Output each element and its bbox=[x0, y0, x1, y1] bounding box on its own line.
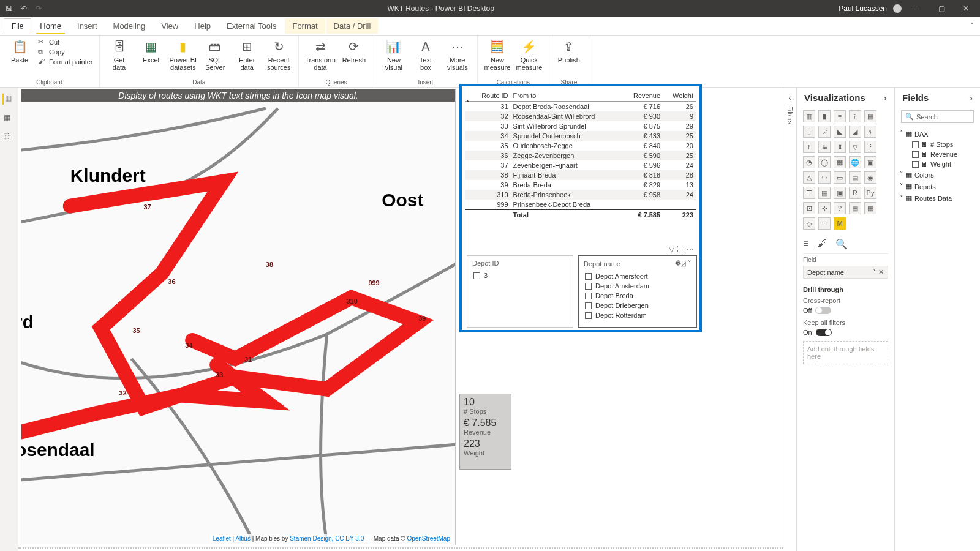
get-data-button[interactable]: 🗄Get data bbox=[106, 38, 133, 71]
table-visual[interactable]: Route ID From to Revenue Weight 31Depot … bbox=[466, 90, 696, 247]
report-view-icon[interactable]: ▥ bbox=[2, 94, 13, 105]
tab-format[interactable]: Format bbox=[285, 18, 325, 34]
analytics-well-tab-icon[interactable]: 🔍 bbox=[835, 238, 848, 250]
chevron-down-icon[interactable]: ˅ bbox=[873, 268, 876, 276]
altius-link[interactable]: Altius bbox=[235, 535, 250, 542]
format-painter-button[interactable]: 🖌Format painter bbox=[38, 58, 93, 66]
viz-stacked-area-icon[interactable]: ◢ bbox=[849, 126, 861, 138]
new-visual-button[interactable]: 📊New visual bbox=[380, 38, 407, 71]
tab-home[interactable]: Home bbox=[32, 18, 69, 34]
tab-modeling[interactable]: Modeling bbox=[106, 18, 153, 34]
cut-button[interactable]: ✂Cut bbox=[38, 38, 93, 47]
leaflet-link[interactable]: Leaflet bbox=[213, 535, 231, 542]
table-row[interactable]: 37Zevenbergen-Fijnaart€ 59624 bbox=[466, 160, 696, 170]
paste-button[interactable]: 📋Paste bbox=[6, 38, 33, 64]
new-measure-button[interactable]: 🧮New measure bbox=[484, 38, 511, 71]
model-view-icon[interactable]: ⿻ bbox=[4, 133, 15, 144]
viz-combo2-icon[interactable]: ⫯ bbox=[803, 141, 815, 153]
viz-waterfall-icon[interactable]: ⬍ bbox=[834, 141, 846, 153]
viz-multi-card-icon[interactable]: ▤ bbox=[849, 171, 861, 184]
viz-scatter-icon[interactable]: ⋮ bbox=[864, 141, 876, 153]
data-view-icon[interactable]: ▦ bbox=[4, 113, 15, 124]
ribbon-collapse-icon[interactable]: ˄ bbox=[964, 20, 980, 33]
slicer2-item[interactable]: Depot Rotterdam bbox=[579, 310, 696, 320]
recent-sources-button[interactable]: ↻Recent sources bbox=[265, 38, 292, 71]
field-chip-depot-name[interactable]: Depot name ˅ ✕ bbox=[803, 266, 888, 279]
table-row[interactable]: 310Breda-Prinsenbeek€ 95824 bbox=[466, 190, 696, 200]
fields-table[interactable]: ˅▦Colors bbox=[900, 169, 975, 181]
copy-button[interactable]: ⧉Copy bbox=[38, 48, 93, 56]
slicer2-item[interactable]: Depot Breda bbox=[579, 291, 696, 301]
col-revenue[interactable]: Revenue bbox=[622, 90, 663, 102]
slicer2-item[interactable]: Depot Amersfoort bbox=[579, 271, 696, 281]
excel-button[interactable]: ▦Excel bbox=[138, 38, 165, 64]
page-tabs-area[interactable] bbox=[18, 547, 783, 551]
focus-icon[interactable]: ⛶ bbox=[677, 245, 684, 253]
filters-pane-collapsed[interactable]: ‹ Filters bbox=[783, 88, 796, 551]
refresh-button[interactable]: ⟳Refresh bbox=[341, 38, 368, 64]
col-from-to[interactable]: From to bbox=[511, 90, 622, 102]
slicer1-item[interactable]: 3 bbox=[467, 271, 573, 280]
viz-donut-icon[interactable]: ◯ bbox=[818, 156, 831, 168]
viz-100-column-icon[interactable]: ▯ bbox=[803, 126, 815, 138]
tab-file[interactable]: File bbox=[4, 18, 31, 34]
viz-slicer-icon[interactable]: ☰ bbox=[803, 187, 815, 199]
tab-help[interactable]: Help bbox=[187, 18, 218, 34]
viz-funnel-icon[interactable]: ▽ bbox=[849, 141, 861, 153]
table-row[interactable]: 39Breda-Breda€ 82913 bbox=[466, 180, 696, 190]
table-row[interactable]: 38Fijnaart-Breda€ 81828 bbox=[466, 170, 696, 180]
cross-report-toggle[interactable]: Off bbox=[803, 305, 888, 315]
viz-icon-map-custom[interactable]: M bbox=[834, 217, 846, 230]
viz-arcgis-icon[interactable]: ▦ bbox=[864, 202, 876, 214]
viz-clustered-column-icon[interactable]: ⫯ bbox=[849, 110, 861, 122]
fields-field[interactable]: 🖩# Stops bbox=[900, 140, 975, 149]
viz-combo1-icon[interactable]: ⫮ bbox=[864, 126, 876, 138]
table-row[interactable]: 33Sint Willebrord-Sprundel€ 87529 bbox=[466, 121, 696, 131]
table-row[interactable]: 32Roosendaal-Sint Willebrord€ 9309 bbox=[466, 111, 696, 121]
viz-key-influencers-icon[interactable]: ⊡ bbox=[803, 202, 815, 214]
map-visual[interactable]: Display of routes using WKT text strings… bbox=[21, 89, 456, 545]
viz-card-icon[interactable]: ▭ bbox=[834, 171, 846, 184]
quick-measure-button[interactable]: ⚡Quick measure bbox=[516, 38, 543, 71]
viz-pie-icon[interactable]: ◔ bbox=[803, 156, 815, 168]
viz-table-icon[interactable]: ▦ bbox=[818, 187, 831, 199]
format-well-tab-icon[interactable]: 🖌 bbox=[817, 238, 827, 250]
fields-field[interactable]: 🖩Revenue bbox=[900, 149, 975, 159]
viz-get-more-icon[interactable]: ⋯ bbox=[818, 217, 831, 230]
transform-data-button[interactable]: ⇄Transform data bbox=[305, 38, 336, 71]
viz-filled-map-icon[interactable]: ▣ bbox=[864, 156, 876, 168]
publish-button[interactable]: ⇪Publish bbox=[556, 38, 582, 64]
undo-icon[interactable]: ↶ bbox=[20, 4, 28, 13]
table-row[interactable]: 35Oudenbosch-Zegge€ 84020 bbox=[466, 141, 696, 151]
close-icon[interactable]: ✕ bbox=[957, 4, 975, 13]
more-visuals-button[interactable]: ⋯More visuals bbox=[444, 38, 471, 71]
pbi-datasets-button[interactable]: ▮Power BI datasets bbox=[170, 38, 197, 71]
viz-line-icon[interactable]: ⩘ bbox=[818, 126, 831, 138]
col-route-id[interactable]: Route ID bbox=[466, 90, 511, 102]
sql-server-button[interactable]: 🗃SQL Server bbox=[202, 38, 228, 71]
stamen-link[interactable]: Stamen Design, CC BY 3.0 bbox=[290, 535, 364, 542]
save-icon[interactable]: 🖫 bbox=[5, 4, 13, 13]
user-avatar[interactable] bbox=[893, 4, 902, 13]
slicer2-item[interactable]: Depot Driebergen bbox=[579, 301, 696, 310]
viz-qa-icon[interactable]: ? bbox=[834, 202, 846, 214]
tab-data-drill[interactable]: Data / Drill bbox=[326, 18, 379, 34]
col-weight[interactable]: Weight bbox=[663, 90, 696, 102]
tab-insert[interactable]: Insert bbox=[70, 18, 105, 34]
fields-well-tab-icon[interactable]: ≡ bbox=[803, 238, 809, 250]
table-row[interactable]: 34Sprundel-Oudenbosch€ 43325 bbox=[466, 131, 696, 141]
maximize-icon[interactable]: ▢ bbox=[932, 4, 951, 13]
viz-powerapps-icon[interactable]: ◇ bbox=[803, 217, 815, 230]
viz-python-icon[interactable]: Py bbox=[864, 187, 876, 199]
collapse-icon[interactable]: › bbox=[884, 92, 887, 103]
fields-search[interactable]: 🔍Search bbox=[901, 110, 974, 123]
tab-external-tools[interactable]: External Tools bbox=[219, 18, 284, 34]
viz-ribbon-icon[interactable]: ≋ bbox=[818, 141, 831, 153]
viz-shape-map-icon[interactable]: △ bbox=[803, 171, 815, 184]
enter-data-button[interactable]: ⊞Enter data bbox=[233, 38, 260, 71]
more-options-icon[interactable]: ⋯ bbox=[687, 245, 694, 253]
viz-100-bar-icon[interactable]: ▤ bbox=[864, 110, 876, 122]
kpi-cards[interactable]: 10 # Stops € 7.585 Revenue 223 Weight bbox=[459, 394, 511, 470]
viz-area-icon[interactable]: ◣ bbox=[834, 126, 846, 138]
viz-gauge-icon[interactable]: ◠ bbox=[818, 171, 831, 184]
